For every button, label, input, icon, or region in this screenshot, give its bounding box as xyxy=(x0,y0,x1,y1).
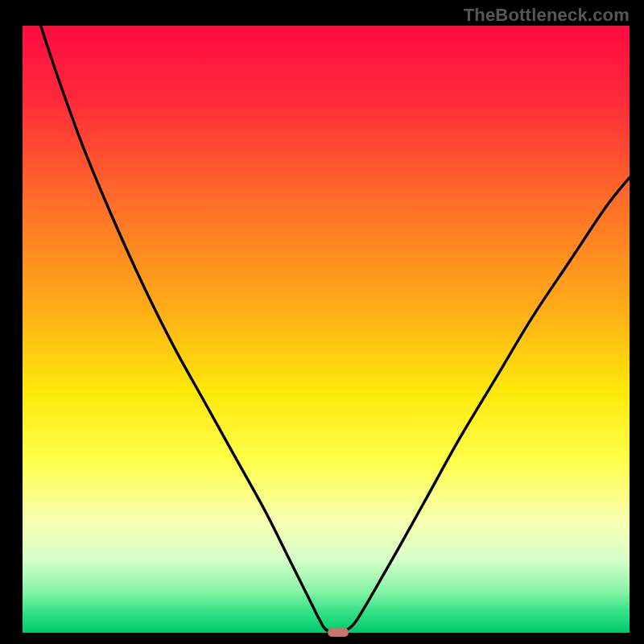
chart-frame: TheBottleneck.com xyxy=(0,0,644,644)
optimal-marker-pill xyxy=(328,628,349,637)
plot-background xyxy=(23,26,630,633)
watermark-text: TheBottleneck.com xyxy=(464,5,630,26)
bottleneck-chart xyxy=(0,0,644,644)
optimal-marker xyxy=(328,628,349,637)
